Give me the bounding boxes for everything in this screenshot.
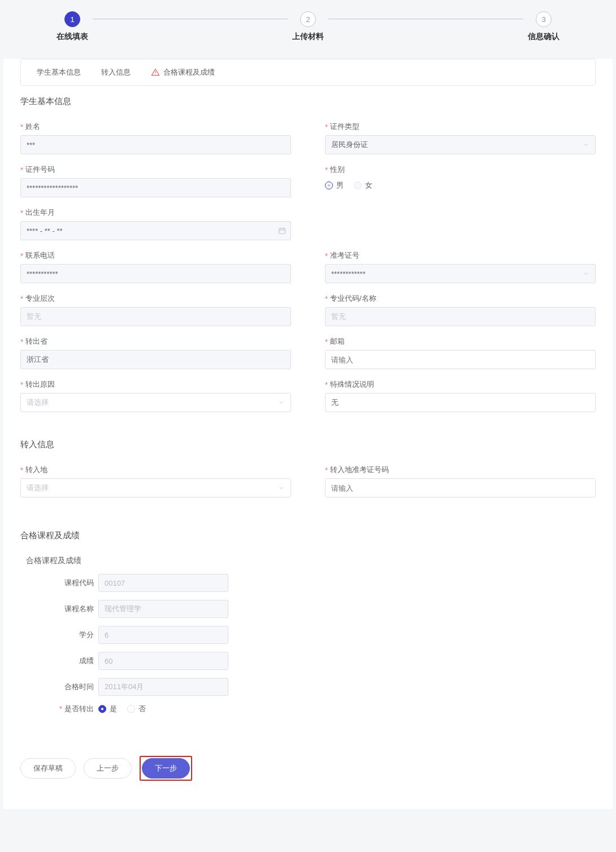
field-email: 邮箱 [325, 336, 596, 369]
input-email[interactable] [325, 350, 596, 369]
sub-section-title: 合格课程及成绩 [26, 556, 590, 566]
field-from-province: 转出省 浙江省 [20, 336, 291, 369]
label-course-code: 课程代码 [26, 578, 94, 588]
label-credit: 学分 [26, 630, 94, 640]
tab-label: 转入信息 [101, 67, 131, 77]
label-phone: 联系电话 [20, 250, 291, 261]
radio-circle-icon [127, 705, 135, 713]
row-pass-time: 合格时间 2011年04月 [26, 678, 590, 696]
input-phone: *********** [20, 264, 291, 283]
next-button[interactable]: 下一步 [142, 758, 190, 779]
field-id-type: 证件类型 居民身份证 [325, 122, 596, 154]
label-email: 邮箱 [325, 336, 596, 347]
radio-yes[interactable]: 是 [98, 704, 117, 714]
value-credit: 6 [105, 631, 109, 639]
form-card: 学生基本信息 转入信息 合格课程及成绩 学生基本信息 姓名 *** 证件类型 居… [3, 59, 613, 809]
input-id-number: ****************** [20, 178, 291, 197]
value-course-name: 现代管理学 [105, 604, 141, 614]
prev-button[interactable]: 上一步 [84, 758, 132, 779]
tab-courses[interactable]: 合格课程及成绩 [141, 59, 225, 85]
input-special[interactable] [325, 393, 596, 412]
chevron-down-icon [583, 270, 589, 277]
label-transfer-out: 是否转出 [26, 704, 94, 714]
row-course-code: 课程代码 00107 [26, 574, 590, 592]
label-course-name: 课程名称 [26, 604, 94, 614]
value-phone: *********** [27, 270, 58, 278]
label-gender: 性别 [325, 165, 596, 175]
row-transfer-out: 是否转出 是 否 [26, 704, 590, 714]
label-destination: 转入地 [20, 465, 291, 475]
radio-no[interactable]: 否 [127, 704, 146, 714]
radio-female[interactable]: 女 [354, 180, 372, 191]
tab-bar: 学生基本信息 转入信息 合格课程及成绩 [20, 59, 596, 86]
field-name: 姓名 *** [20, 122, 291, 154]
special-field[interactable] [331, 399, 589, 407]
transfer-in-form: 转入地 请选择 转入地准考证号码 [3, 455, 613, 498]
spacer [325, 207, 596, 240]
chevron-down-icon [583, 141, 589, 148]
dest-exam-no-field[interactable] [331, 484, 589, 492]
svg-rect-2 [279, 228, 285, 233]
radio-male[interactable]: 男 [325, 180, 344, 191]
value-score: 60 [105, 657, 112, 665]
calendar-icon [278, 227, 286, 235]
input-from-province: 浙江省 [20, 350, 291, 369]
tab-transfer-in[interactable]: 转入信息 [91, 59, 141, 85]
placeholder-reason: 请选择 [27, 397, 49, 408]
label-dest-exam-no: 转入地准考证号码 [325, 465, 596, 475]
radio-circle-icon [325, 181, 333, 189]
input-dest-exam-no[interactable] [325, 478, 596, 498]
placeholder-destination: 请选择 [27, 483, 49, 493]
section-title-courses: 合格课程及成绩 [3, 520, 613, 546]
footer-actions: 保存草稿 上一步 下一步 [3, 722, 613, 786]
value-name: *** [27, 141, 35, 149]
input-course-name: 现代管理学 [98, 600, 228, 618]
field-major-code: 专业代码/名称 暂无 [325, 293, 596, 326]
radio-label-yes: 是 [110, 704, 117, 714]
step-1: 1 在线填表 [57, 11, 88, 42]
value-id-number: ****************** [27, 184, 78, 192]
warning-icon [151, 68, 160, 77]
next-button-highlight: 下一步 [140, 756, 192, 781]
field-dest-exam-no: 转入地准考证号码 [325, 465, 596, 498]
radio-circle-icon [354, 181, 362, 189]
stepper: 1 在线填表 2 上传材料 3 信息确认 [0, 0, 616, 47]
radio-label-female: 女 [365, 180, 372, 191]
step-label-2: 上传材料 [292, 32, 324, 42]
tab-basic[interactable]: 学生基本信息 [27, 59, 91, 85]
label-name: 姓名 [20, 122, 291, 132]
step-circle-1: 1 [64, 11, 80, 27]
email-field[interactable] [331, 356, 589, 364]
input-level: 暂无 [20, 307, 291, 326]
select-destination[interactable]: 请选择 [20, 478, 291, 498]
chevron-down-icon [278, 399, 285, 406]
row-score: 成绩 60 [26, 652, 590, 670]
radio-label-no: 否 [138, 704, 146, 714]
value-id-type: 居民身份证 [331, 140, 368, 150]
step-line-2 [328, 19, 523, 19]
field-birth-date: 出生年月 **** - ** - ** [20, 207, 291, 240]
value-from-province: 浙江省 [27, 354, 49, 365]
save-draft-button[interactable]: 保存草稿 [20, 758, 76, 779]
courses-sub-section: 合格课程及成绩 课程代码 00107 课程名称 现代管理学 学分 6 成绩 60 [3, 546, 613, 714]
step-3: 3 信息确认 [528, 11, 559, 42]
label-level: 专业层次 [20, 293, 291, 304]
select-id-type: 居民身份证 [325, 135, 596, 154]
label-reason: 转出原因 [20, 379, 291, 390]
step-circle-2: 2 [300, 11, 316, 27]
input-score: 60 [98, 652, 228, 670]
field-destination: 转入地 请选择 [20, 465, 291, 498]
input-name: *** [20, 135, 291, 154]
select-reason[interactable]: 请选择 [20, 393, 291, 412]
label-from-province: 转出省 [20, 336, 291, 347]
field-special: 特殊情况说明 [325, 379, 596, 412]
step-label-1: 在线填表 [57, 32, 88, 42]
chevron-down-icon [278, 485, 285, 491]
field-reason: 转出原因 请选择 [20, 379, 291, 412]
field-gender: 性别 男 女 [325, 165, 596, 197]
field-id-number: 证件号码 ****************** [20, 165, 291, 197]
radio-circle-icon [98, 705, 106, 713]
radio-group-gender: 男 女 [325, 178, 596, 191]
row-course-name: 课程名称 现代管理学 [26, 600, 590, 618]
value-course-code: 00107 [105, 579, 125, 587]
